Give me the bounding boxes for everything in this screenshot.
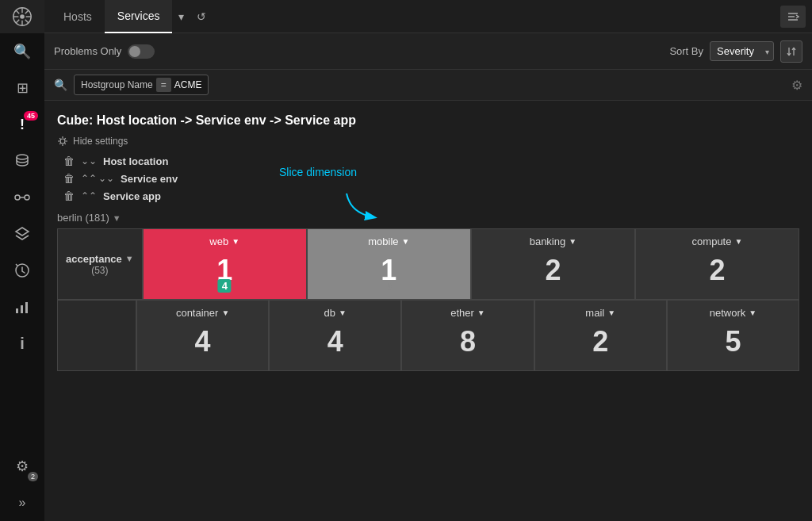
col-banking-filter[interactable]: ▼	[569, 237, 576, 246]
down-arrow-1[interactable]: ⌄⌄	[98, 173, 114, 184]
grid-cell-network[interactable]: network ▼ 5	[667, 300, 799, 371]
col-network-header: network	[710, 307, 746, 319]
cell-web-sub: 4	[218, 279, 232, 293]
cell-container-value: 4	[195, 325, 211, 358]
sidebar-item-database[interactable]	[0, 143, 44, 179]
topbar-chevron-icon[interactable]: ▾	[172, 10, 190, 23]
sortby-label: Sort By	[669, 45, 703, 57]
delete-dimension-2[interactable]: 🗑	[63, 190, 75, 202]
grid-cell-mail[interactable]: mail ▼ 2	[534, 300, 667, 371]
delete-dimension-0[interactable]: 🗑	[63, 155, 75, 167]
grid-cell-web[interactable]: web ▼ 1 4	[143, 228, 307, 300]
search-settings-icon[interactable]: ⚙	[791, 78, 802, 93]
svg-rect-15	[25, 302, 28, 313]
row-label-text: acceptance	[66, 253, 122, 265]
col-db-header: db	[324, 307, 335, 319]
slice-annotation: Slice dimension	[279, 166, 357, 178]
app-logo[interactable]	[0, 0, 44, 33]
tab-hosts[interactable]: Hosts	[51, 0, 105, 33]
row-label-2	[57, 300, 136, 371]
cell-network-value: 5	[725, 325, 741, 358]
svg-rect-13	[16, 308, 18, 313]
grid-cell-container[interactable]: container ▼ 4	[136, 300, 269, 371]
down-arrow-0[interactable]: ⌄⌄	[81, 155, 97, 167]
sidebar-item-alerts[interactable]: ! 45	[0, 106, 44, 143]
topbar-refresh-icon[interactable]: ↺	[190, 10, 213, 23]
grid-cell-banking[interactable]: banking ▼ 2	[471, 228, 635, 300]
row-label: acceptance ▼ (53)	[57, 228, 143, 300]
col-db-filter[interactable]: ▼	[339, 308, 347, 317]
col-mail-filter[interactable]: ▼	[607, 308, 615, 317]
sortby-select[interactable]: Severity	[710, 41, 774, 61]
search-icon: 🔍	[54, 79, 67, 91]
sortby-control: Sort By Severity ▾	[669, 40, 802, 63]
sidebar-item-monitor[interactable]	[0, 179, 44, 216]
grid-row-2: container ▼ 4 db ▼ 4 ether ▼ 8	[57, 300, 799, 371]
grid-cell-mobile[interactable]: mobile ▼ 1 3	[307, 228, 471, 300]
filter-field: Hostgroup Name	[81, 79, 153, 90]
cell-mobile-sub: 3	[386, 281, 392, 293]
sidebar-item-expand[interactable]: »	[0, 485, 44, 521]
topbar-expand-button[interactable]	[780, 6, 806, 28]
slice-annotation-arrow	[343, 190, 390, 224]
grid-cell-compute[interactable]: compute ▼ 2	[635, 228, 799, 300]
hide-settings-label: Hide settings	[73, 136, 128, 147]
row-filter-icon[interactable]: ▼	[125, 254, 134, 263]
delete-dimension-1[interactable]: 🗑	[63, 172, 75, 185]
sidebar-item-layers[interactable]	[0, 216, 44, 252]
svg-line-7	[25, 20, 29, 23]
filterbar: Problems Only Sort By Severity ▾	[44, 33, 812, 70]
sidebar-item-settings[interactable]: ⚙ 2	[0, 448, 44, 485]
grid-cell-db[interactable]: db ▼ 4	[269, 300, 401, 371]
sidebar-item-grid[interactable]: ⊞	[0, 70, 44, 106]
cell-compute-value: 2	[709, 254, 725, 287]
problems-only-label: Problems Only	[54, 45, 121, 57]
col-compute-header: compute	[692, 236, 732, 247]
col-web-filter[interactable]: ▼	[232, 237, 239, 246]
sidebar-item-info[interactable]: i	[0, 325, 44, 362]
main-content: Hosts Services ▾ ↺ Problems Only Sort By…	[44, 0, 812, 521]
col-mobile-filter[interactable]: ▼	[402, 237, 410, 246]
col-network-filter[interactable]: ▼	[749, 308, 756, 317]
grid-row-1: acceptance ▼ (53) web ▼ 1 4 mobile ▼ 1	[57, 228, 799, 300]
dimension-row-0: 🗑 ⌄⌄ Host location	[57, 155, 799, 167]
group-filter-icon[interactable]: ▼	[113, 213, 121, 223]
col-ether-filter[interactable]: ▼	[477, 308, 485, 317]
sidebar-item-search[interactable]: 🔍	[0, 33, 44, 70]
sort-direction-button[interactable]	[780, 40, 802, 63]
filter-chip[interactable]: Hostgroup Name = ACME	[74, 75, 209, 95]
col-compute-filter[interactable]: ▼	[734, 237, 742, 246]
cell-ether-value: 8	[460, 325, 476, 358]
up-arrow-2[interactable]: ⌃⌃	[81, 190, 97, 201]
sidebar-item-history[interactable]	[0, 252, 44, 289]
cell-banking-value: 2	[545, 254, 561, 287]
svg-point-12	[25, 195, 29, 200]
searchbar: 🔍 Hostgroup Name = ACME ⚙	[44, 70, 812, 101]
grid-cell-ether[interactable]: ether ▼ 8	[401, 300, 534, 371]
svg-rect-14	[21, 305, 23, 313]
arrows-dimension-2: ⌃⌃	[81, 190, 97, 201]
topbar: Hosts Services ▾ ↺	[44, 0, 812, 33]
svg-line-9	[16, 20, 19, 23]
filter-value: ACME	[174, 79, 202, 90]
dimension-name-1: Service env	[121, 173, 178, 185]
cube-title: Cube: Host location -> Service env -> Se…	[57, 113, 799, 128]
sidebar-item-chart[interactable]	[0, 289, 44, 325]
dimension-name-0: Host location	[103, 155, 168, 167]
col-banking-header: banking	[530, 236, 566, 247]
arrows-dimension-1: ⌃⌃ ⌄⌄	[81, 173, 114, 184]
svg-point-1	[20, 14, 25, 19]
tab-services[interactable]: Services	[105, 0, 173, 33]
group-label: berlin (181) ▼	[57, 212, 799, 224]
col-mail-header: mail	[585, 307, 604, 319]
col-container-filter[interactable]: ▼	[221, 308, 229, 317]
group-name: berlin (181)	[57, 212, 109, 224]
hide-settings-link[interactable]: Hide settings	[57, 136, 799, 147]
svg-line-6	[16, 10, 19, 13]
arrows-dimension-0: ⌄⌄	[81, 155, 97, 167]
up-arrow-1[interactable]: ⌃⌃	[81, 173, 97, 184]
alerts-badge: 45	[24, 111, 38, 121]
problems-only-toggle[interactable]: Problems Only	[54, 44, 155, 59]
toggle-switch[interactable]	[128, 44, 155, 59]
dimension-row-1: 🗑 ⌃⌃ ⌄⌄ Service env	[57, 172, 799, 185]
